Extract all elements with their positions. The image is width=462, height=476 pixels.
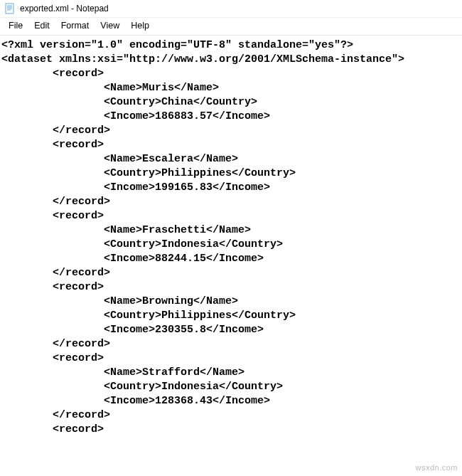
menu-file[interactable]: File	[3, 19, 28, 32]
title-bar: exported.xml - Notepad	[0, 0, 462, 18]
menu-view[interactable]: View	[95, 19, 125, 32]
menu-format[interactable]: Format	[55, 19, 95, 32]
text-editor-area[interactable]: <?xml version="1.0" encoding="UTF-8" sta…	[0, 36, 462, 440]
menu-help[interactable]: Help	[125, 19, 155, 32]
window-title: exported.xml - Notepad	[20, 4, 109, 14]
watermark: wsxdn.com	[415, 463, 458, 472]
notepad-icon	[4, 3, 16, 14]
menu-bar: File Edit Format View Help	[0, 18, 462, 36]
menu-edit[interactable]: Edit	[28, 19, 55, 32]
